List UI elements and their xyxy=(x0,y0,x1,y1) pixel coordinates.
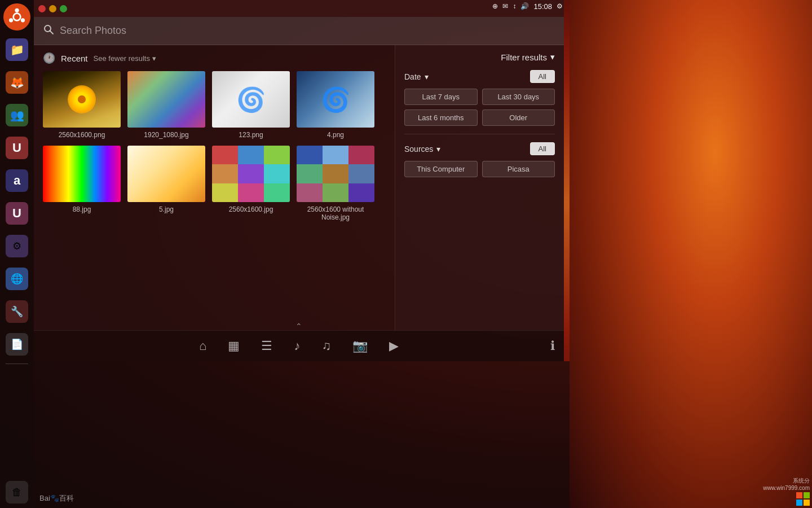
filter-title: Filter results ▾ xyxy=(404,52,555,62)
sources-filter-row: This Computer Picasa xyxy=(404,161,555,177)
launcher-item-files[interactable]: 📁 xyxy=(2,35,32,64)
photo-item-6[interactable]: 5.jpg xyxy=(127,146,205,221)
thumb-debian2: 🌀 xyxy=(297,71,374,128)
win-sq-4 xyxy=(804,500,810,506)
launcher-item-ubuntu[interactable] xyxy=(3,3,30,30)
filter-panel: Filter results ▾ Date ▾ All Last 7 days … xyxy=(395,45,564,330)
launcher-item-app9[interactable]: 🔧 xyxy=(2,297,32,326)
window-close-button[interactable] xyxy=(38,5,46,12)
win-sq-2 xyxy=(804,492,810,498)
win-sq-3 xyxy=(796,500,802,506)
date-all-button[interactable]: All xyxy=(530,70,555,83)
win-squares-icon xyxy=(796,492,810,506)
date-section-label[interactable]: Date ▾ xyxy=(404,72,429,81)
svg-line-6 xyxy=(50,31,54,34)
sources-section-label[interactable]: Sources ▾ xyxy=(404,144,440,154)
desktop-bottom-area xyxy=(34,361,570,508)
launcher-item-firefox[interactable]: 🦊 xyxy=(2,68,32,97)
windows-logo xyxy=(796,492,810,506)
search-bar xyxy=(34,17,564,45)
photo-thumb-8 xyxy=(297,146,374,202)
toolbar-camera-button[interactable]: 📷 xyxy=(350,336,370,356)
photo-name-5: 88.jpg xyxy=(73,205,91,213)
photo-thumb-3: 🌀 xyxy=(212,71,290,128)
photo-name-3: 123.png xyxy=(239,131,263,139)
date-last30-button[interactable]: Last 30 days xyxy=(482,89,555,105)
apps-icon: ▦ xyxy=(228,339,240,353)
photo-item-4[interactable]: 🌀 4.png xyxy=(297,71,374,139)
toolbar-video-button[interactable]: ▶ xyxy=(387,336,401,356)
toolbar-home-button[interactable]: ⌂ xyxy=(197,336,209,356)
toolbar-info-button[interactable]: ℹ xyxy=(550,339,555,353)
photo-item-5[interactable]: 88.jpg xyxy=(43,146,121,221)
see-fewer-text: See fewer results xyxy=(94,54,150,63)
recent-label: Recent xyxy=(61,54,88,63)
sources-chevron-icon: ▾ xyxy=(436,144,440,154)
toolbar-music-button[interactable]: ♪ xyxy=(292,336,302,356)
photo-item-7[interactable]: 2560x1600.jpg xyxy=(212,146,290,221)
camera-icon: 📷 xyxy=(352,339,368,353)
sources-thiscomputer-button[interactable]: This Computer xyxy=(404,161,478,177)
photo-name-4: 4.png xyxy=(327,131,344,139)
photo-thumb-7 xyxy=(212,146,290,202)
sources-picasa-button[interactable]: Picasa xyxy=(482,161,555,177)
win-sq-1 xyxy=(796,492,802,498)
photo-item-8[interactable]: 2560x1600 without Noise.jpg xyxy=(297,146,374,221)
tray-icon-gear[interactable]: ⚙ xyxy=(557,2,563,10)
site-url: www.win7999.com xyxy=(763,485,810,491)
window-maximize-button[interactable] xyxy=(60,5,67,12)
launcher-item-settings[interactable]: ⚙ xyxy=(2,231,32,261)
info-icon: ℹ xyxy=(550,339,555,353)
filter-title-chevron: ▾ xyxy=(550,52,555,62)
tray-icon-email[interactable]: ✉ xyxy=(502,2,508,10)
thumb-debian1: 🌀 xyxy=(212,71,290,128)
photo-grid: 2560x1600.png 1920_1080.jpg 🌀 123.png xyxy=(43,71,386,221)
see-fewer-button[interactable]: See fewer results ▾ xyxy=(94,54,156,63)
thumb-gradient xyxy=(127,71,205,128)
thumb-warm xyxy=(127,146,205,202)
launcher-item-app10[interactable]: 📄 xyxy=(2,330,32,359)
date-last6months-button[interactable]: Last 6 months xyxy=(404,110,478,126)
photo-item-2[interactable]: 1920_1080.jpg xyxy=(127,71,205,139)
photo-name-7: 2560x1600.jpg xyxy=(229,205,273,213)
sources-all-button[interactable]: All xyxy=(530,142,555,155)
svg-point-2 xyxy=(15,8,19,12)
photo-thumb-1 xyxy=(43,71,121,128)
date-label-text: Date xyxy=(404,72,421,81)
photo-item-1[interactable]: 2560x1600.png xyxy=(43,71,121,139)
svg-point-3 xyxy=(21,18,25,22)
recent-header: 🕐 Recent See fewer results ▾ xyxy=(43,52,386,64)
photo-name-8: 2560x1600 without Noise.jpg xyxy=(307,205,364,221)
toolbar-apps-button[interactable]: ▦ xyxy=(226,336,242,356)
launcher-item-app6[interactable]: U xyxy=(2,199,32,228)
date-chevron-icon: ▾ xyxy=(425,72,429,81)
desktop-right-panel xyxy=(570,0,812,508)
window-minimize-button[interactable] xyxy=(49,5,56,12)
date-filter-row-2: Last 6 months Older xyxy=(404,110,555,126)
photo-item-3[interactable]: 🌀 123.png xyxy=(212,71,290,139)
photo-name-1: 2560x1600.png xyxy=(59,131,105,139)
tray-icon-volume[interactable]: 🔊 xyxy=(520,2,529,10)
photo-grid-area: 🕐 Recent See fewer results ▾ xyxy=(34,45,395,330)
site-label: 系统分 xyxy=(763,477,810,485)
photo-thumb-4: 🌀 xyxy=(297,71,374,128)
launcher-item-app3[interactable]: 👥 xyxy=(2,100,32,130)
launcher-item-app5[interactable]: a xyxy=(2,166,32,195)
video-icon: ▶ xyxy=(389,339,399,353)
tray-icon-network[interactable]: ↕ xyxy=(513,2,516,10)
toolbar-files-button[interactable]: ☰ xyxy=(259,336,275,356)
date-last7-button[interactable]: Last 7 days xyxy=(404,89,478,105)
date-filter-row-1: Last 7 days Last 30 days xyxy=(404,89,555,105)
sources-section-header: Sources ▾ All xyxy=(404,142,555,155)
photo-thumb-2 xyxy=(127,71,205,128)
launcher-item-text[interactable]: U xyxy=(2,133,32,163)
svg-point-4 xyxy=(9,18,13,22)
search-input[interactable] xyxy=(60,25,555,37)
date-older-button[interactable]: Older xyxy=(482,110,555,126)
files-icon: ☰ xyxy=(261,339,272,353)
toolbar-note-button[interactable]: ♫ xyxy=(319,336,333,356)
launcher-item-trash[interactable]: 🗑 xyxy=(6,481,28,503)
system-clock: 15:08 xyxy=(533,2,552,11)
launcher-item-browser[interactable]: 🌐 xyxy=(2,264,32,294)
note-icon: ♫ xyxy=(321,339,331,353)
